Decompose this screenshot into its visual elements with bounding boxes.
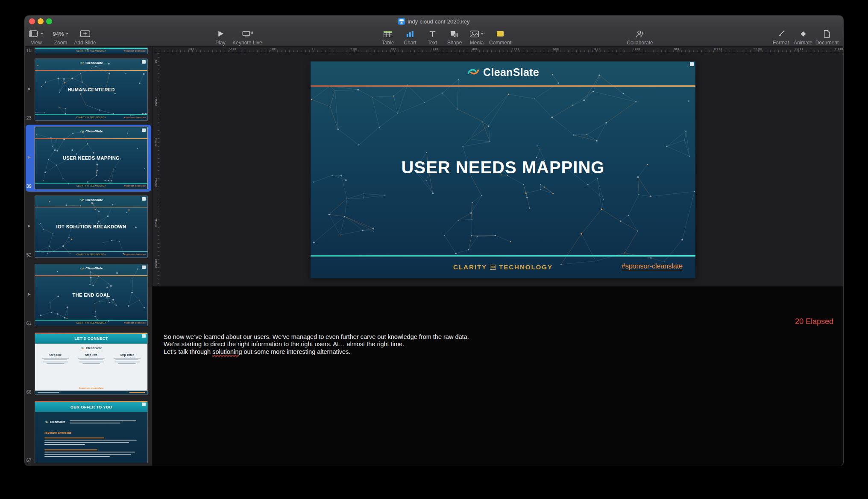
- ruler-number: 1300: [835, 47, 843, 51]
- slide-thumbnail-39[interactable]: CleanSlateUSER NEEDS MAPPINGCLARITY IN T…: [35, 127, 148, 189]
- slide-thumbnail-23[interactable]: CleanSlateHUMAN-CENTEREDCLARITY IN TECHN…: [35, 58, 148, 121]
- zoom-value[interactable]: 94%: [53, 31, 64, 37]
- presenter-notes-text[interactable]: So now we’ve learned about our users. We…: [164, 333, 469, 356]
- format-button[interactable]: Format: [773, 29, 789, 46]
- slide-number: 10: [25, 48, 33, 53]
- ruler-number: 600: [553, 47, 559, 51]
- ruler-number: 5 0 0: [152, 259, 160, 268]
- thumbnail-footer: CLARITY IN TECHNOLOGY#sponsor-cleanslate: [35, 50, 147, 52]
- text-button[interactable]: Text: [428, 29, 437, 46]
- slide-number: 67: [25, 458, 33, 463]
- view-label: View: [29, 40, 44, 46]
- comment-button[interactable]: Comment: [489, 29, 511, 46]
- slide-navigator[interactable]: CleanSlateCLARITY IN TECHNOLOGY#sponsor-…: [25, 47, 152, 466]
- thumbnail-body: CleanSlate#sponsor-cleanslate: [35, 412, 147, 463]
- table-button[interactable]: Table: [382, 29, 394, 46]
- close-button[interactable]: [29, 18, 35, 24]
- media-label: Media: [470, 40, 484, 46]
- slide-title[interactable]: USER NEEDS MAPPING: [311, 158, 695, 177]
- cleanslate-logo-icon: [467, 67, 480, 78]
- accent-line-bottom: [35, 251, 147, 252]
- collaborate-icon: [627, 29, 653, 38]
- animate-button[interactable]: Animate: [794, 29, 812, 46]
- ruler-number: 1200: [794, 47, 803, 51]
- shape-button[interactable]: Shape: [447, 29, 462, 46]
- collaborate-label: Collaborate: [627, 40, 653, 46]
- titlebar[interactable]: indy-cloud-conf-2020.key: [25, 16, 843, 27]
- slide-footer-hashtag: #sponsor-cleanslate: [622, 263, 683, 270]
- ruler-number: 100: [351, 47, 357, 51]
- text-label: Text: [428, 40, 437, 46]
- slide-canvas[interactable]: 01 0 02 0 03 0 04 0 05 0 0 CleanSlate US…: [152, 53, 843, 286]
- add-slide-label: Add Slide: [74, 40, 96, 46]
- thumbnail-title: IOT SOLUTION BREAKDOWN: [35, 196, 147, 257]
- thumbnail-title: OUR OFFER TO YOU: [35, 402, 147, 412]
- thumbnail-footer: CLARITY IN TECHNOLOGY#sponsor-cleanslate: [35, 253, 147, 256]
- media-button[interactable]: Media: [470, 29, 484, 46]
- comment-label: Comment: [489, 40, 511, 46]
- chart-icon: [404, 29, 416, 38]
- add-slide-icon: [74, 29, 96, 38]
- view-button[interactable]: View: [29, 29, 44, 46]
- slide-thumbnail-66[interactable]: LET'S CONNECTCleanSlateStep OneStep TwoS…: [35, 333, 148, 395]
- disclosure-triangle[interactable]: ▶: [28, 155, 31, 159]
- accent-line-bottom: [35, 114, 147, 115]
- footer-left-mid: IN: [490, 265, 496, 270]
- chevron-down-icon: [65, 32, 69, 35]
- ruler-number: 0: [152, 60, 160, 63]
- play-label: Play: [215, 40, 225, 46]
- misspelled-word: solutioning: [212, 348, 242, 355]
- chart-button[interactable]: Chart: [404, 29, 416, 46]
- ruler-number: 300: [431, 47, 438, 51]
- slide-editor[interactable]: CleanSlate USER NEEDS MAPPING CLARITY IN…: [311, 61, 695, 278]
- thumbnail-footer: CLARITY IN TECHNOLOGY#sponsor-cleanslate: [35, 116, 147, 119]
- keynote-window: indy-cloud-conf-2020.key View 94% Zoom A…: [24, 15, 844, 466]
- cleanslate-logo: CleanSlate: [44, 420, 65, 423]
- slide-number: 23: [25, 115, 33, 120]
- thumbnail-title: USER NEEDS MAPPING: [35, 127, 147, 189]
- ruler-number: 400: [472, 47, 478, 51]
- minimize-button[interactable]: [38, 18, 44, 24]
- notes-line: Let’s talk through solutioning out some …: [164, 348, 469, 356]
- shape-label: Shape: [447, 40, 462, 46]
- slide-thumbnail-10[interactable]: CleanSlateCLARITY IN TECHNOLOGY#sponsor-…: [35, 47, 148, 54]
- keynote-live-button[interactable]: Keynote Live: [232, 29, 262, 46]
- thumbnail-title: THE END GOAL: [35, 264, 147, 326]
- hashtag: #sponsor-cleanslate: [35, 387, 147, 389]
- fullscreen-button[interactable]: [46, 18, 52, 24]
- collaborate-button[interactable]: Collaborate: [627, 29, 653, 46]
- slide-thumbnail-61[interactable]: CleanSlateTHE END GOALCLARITY IN TECHNOL…: [35, 264, 148, 326]
- chevron-down-icon: [41, 32, 44, 35]
- add-slide-button[interactable]: Add Slide: [74, 29, 96, 46]
- accent-line-bottom: [35, 320, 147, 321]
- slide-thumbnail-52[interactable]: CleanSlateIOT SOLUTION BREAKDOWNCLARITY …: [35, 196, 148, 258]
- elapsed-timer: 20 Elapsed: [795, 317, 833, 326]
- document-icon: [815, 29, 839, 38]
- slide-indicator: [142, 60, 146, 64]
- slide-number: 61: [25, 321, 33, 326]
- steps-columns: Step OneStep TwoStep Three: [40, 353, 142, 365]
- zoom-control[interactable]: 94% Zoom: [53, 29, 68, 46]
- keynote-live-label: Keynote Live: [232, 40, 262, 46]
- cleanslate-logo: CleanSlate: [311, 66, 695, 79]
- shape-icon: [447, 29, 462, 38]
- slide-number: 52: [25, 252, 33, 257]
- ruler-number: 900: [674, 47, 680, 51]
- ruler-number: 1100: [754, 47, 762, 51]
- disclosure-triangle[interactable]: ▶: [28, 224, 31, 228]
- disclosure-triangle[interactable]: ▶: [28, 292, 31, 296]
- slide-indicator: [142, 403, 146, 406]
- window-title-area: indy-cloud-conf-2020.key: [25, 16, 843, 27]
- presenter-notes[interactable]: 20 Elapsed So now we’ve learned about ou…: [152, 286, 843, 466]
- text-icon: [428, 29, 437, 38]
- document-button[interactable]: Document: [815, 29, 839, 46]
- ruler-number: 800: [633, 47, 640, 51]
- play-button[interactable]: Play: [215, 29, 225, 46]
- notes-line: So now we’ve learned about our users. We…: [164, 333, 469, 341]
- slide-indicator: [142, 334, 146, 338]
- slide-thumbnail-67[interactable]: OUR OFFER TO YOUCleanSlate#sponsor-clean…: [35, 401, 148, 463]
- ruler-number: 3 0 0: [152, 178, 160, 187]
- slide-number: 66: [25, 389, 33, 394]
- slide-indicator: [142, 197, 146, 201]
- disclosure-triangle[interactable]: ▶: [28, 87, 31, 91]
